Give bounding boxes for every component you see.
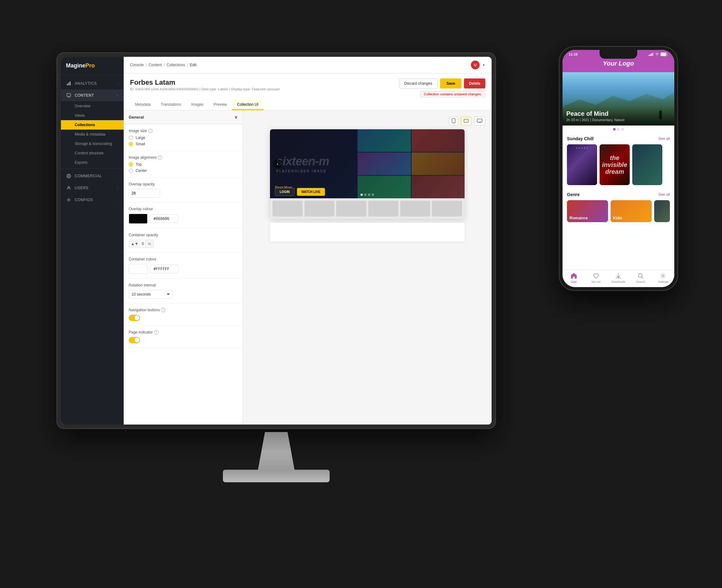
section-see-all-genre[interactable]: See all (658, 192, 670, 197)
phone-app-header: Your Logo (562, 58, 674, 72)
dot-2 (365, 194, 367, 196)
alignment-center[interactable]: Center (129, 168, 238, 173)
save-button[interactable]: Save (440, 79, 461, 88)
phone-bottom-nav: Start My List Downloads (562, 270, 674, 287)
monitor-base (223, 470, 330, 482)
nav-item-search[interactable]: Search (630, 272, 652, 284)
sidebar-subitem-views[interactable]: Views (61, 111, 124, 120)
poster-1-bg (567, 144, 597, 185)
nav-item-mylist[interactable]: My List (585, 272, 607, 284)
radio-top-circle (129, 162, 133, 167)
carousel-thumbs (270, 198, 465, 219)
breadcrumb-console[interactable]: Console (130, 63, 144, 67)
image-size-help-icon[interactable]: ? (148, 129, 152, 133)
sidebar-item-users[interactable]: USERS › (61, 182, 124, 194)
header-dropdown-arrow[interactable]: ▼ (482, 63, 485, 67)
sidebar-subitem-structure[interactable]: Content structure (61, 148, 124, 158)
breadcrumb-collections[interactable]: Collections (167, 63, 185, 67)
delete-button[interactable]: Delete (464, 79, 485, 88)
svg-rect-15 (652, 53, 653, 56)
image-size-small[interactable]: Small (129, 142, 238, 146)
sidebar-item-commercial[interactable]: COMMERCIAL › (61, 170, 124, 182)
nav-label-mylist: My List (592, 280, 601, 284)
sidebar-subitem-media[interactable]: Media & metadata (61, 130, 124, 139)
sidebar-item-analytics[interactable]: ANALYTICS › (61, 78, 124, 89)
carousel-nav-left[interactable]: ‹ (273, 160, 282, 168)
dot-1 (361, 194, 363, 196)
image-alignment-help-icon[interactable]: ? (158, 155, 162, 160)
sidebar-item-content[interactable]: CONTENT ∨ (61, 89, 124, 101)
svg-point-6 (68, 199, 69, 201)
section-title-genre: Genre (567, 192, 579, 197)
overlay-opacity-input[interactable] (129, 189, 160, 197)
genre-card-other[interactable] (654, 200, 670, 222)
navigation-buttons-help-icon[interactable]: ? (161, 308, 165, 312)
genre-card-kids[interactable]: Kids (611, 200, 652, 222)
tab-collection-ui[interactable]: Collection UI (232, 100, 263, 110)
overlay-colour-input[interactable] (150, 214, 178, 223)
page-subtitle: ID: 63e3745f-1324-410d-bf3d-640042506fe0… (130, 87, 280, 91)
nav-label-settings: Settings (658, 280, 668, 284)
carousel-dots (361, 194, 374, 196)
movie-card-1[interactable]: ★ ★ ★ ★ ★ SKIN DEEP (567, 144, 597, 185)
tablet-device-btn[interactable] (461, 117, 472, 126)
hero-dot-2 (617, 128, 620, 130)
settings-nav-icon (660, 272, 666, 279)
overlay-colour-swatch[interactable] (129, 214, 147, 224)
desktop-device-btn[interactable] (474, 117, 485, 126)
header-right: U ▼ (471, 61, 485, 69)
image-alignment-radio-group: Top Center (129, 162, 238, 173)
container-colour-swatch[interactable] (129, 264, 147, 274)
nav-item-start[interactable]: Start (562, 272, 585, 284)
section-header-chill: Sunday Chill See all (567, 136, 670, 141)
alignment-top[interactable]: Top (129, 162, 238, 167)
phone-container: 11:16 (559, 46, 678, 291)
nav-item-downloads[interactable]: Downloads (607, 272, 630, 284)
tab-translations[interactable]: Translations (156, 100, 186, 110)
preview-carousel: sixteen-m PLACEHOLDER IMAGE ‹ Read More.… (270, 129, 465, 219)
heart-nav-icon (593, 272, 600, 279)
section-see-all-chill[interactable]: See all (658, 136, 670, 141)
logo-magine: Magine (66, 62, 85, 69)
sidebar-subitem-overview[interactable]: Overview (61, 101, 124, 111)
unsaved-notice: Collection contains unsaved changes. (420, 91, 485, 97)
navigation-buttons-toggle[interactable] (129, 315, 140, 321)
thumb-1 (272, 201, 303, 216)
discard-changes-button[interactable]: Discard changes (399, 79, 438, 88)
navigation-buttons-label: Navigation buttons ? (129, 308, 238, 312)
nav-item-settings[interactable]: Settings (652, 272, 674, 284)
commercial-icon (66, 173, 71, 179)
movie-card-3[interactable] (632, 144, 662, 185)
movie-card-2[interactable]: theinvisibledream (600, 144, 630, 185)
svg-rect-12 (648, 55, 649, 56)
action-row: Discard changes Save Delete (399, 79, 485, 88)
field-overlay-opacity: Overlay opacity % (124, 177, 243, 203)
phone-time: 11:16 (569, 52, 578, 56)
image-size-large[interactable]: Large (129, 135, 238, 140)
sidebar-subitem-storage[interactable]: Storage & transcoding (61, 139, 124, 148)
sidebar-subitem-exports[interactable]: Exports (61, 158, 124, 167)
container-opacity-decrease[interactable]: ▲▼ (129, 240, 140, 247)
page-indicator-help-icon[interactable]: ? (154, 330, 159, 335)
sidebar-subitem-collections[interactable]: Collections (61, 120, 124, 130)
tab-preview[interactable]: Preview (208, 100, 232, 110)
carousel-login-btn[interactable]: LOGIN (275, 188, 294, 196)
tab-metadata[interactable]: Metadata (130, 100, 156, 110)
breadcrumb-content[interactable]: Content (148, 63, 162, 67)
carousel-watch-btn[interactable]: WATCH LIVE (297, 188, 325, 196)
page-indicator-toggle[interactable] (129, 337, 140, 343)
header-avatar[interactable]: U (471, 61, 480, 69)
sidebar-item-configs[interactable]: CONFIGS › (61, 194, 124, 206)
container-colour-input[interactable] (150, 265, 178, 273)
rotation-interval-select[interactable]: 5 seconds 10 seconds 15 seconds 30 secon… (129, 290, 173, 299)
radio-small-dot (130, 143, 132, 145)
field-overlay-colour: Overlay colour (124, 203, 243, 228)
svg-rect-16 (653, 53, 654, 56)
settings-section-header[interactable]: General ∨ (124, 110, 243, 124)
tab-images[interactable]: Images (186, 100, 208, 110)
genre-card-romance[interactable]: Romance (567, 200, 608, 222)
mobile-device-btn[interactable] (449, 117, 458, 126)
field-page-indicator: Page indicator ? (124, 326, 243, 348)
commercial-chevron: › (118, 174, 119, 178)
container-colour-label: Container colour (129, 257, 238, 261)
